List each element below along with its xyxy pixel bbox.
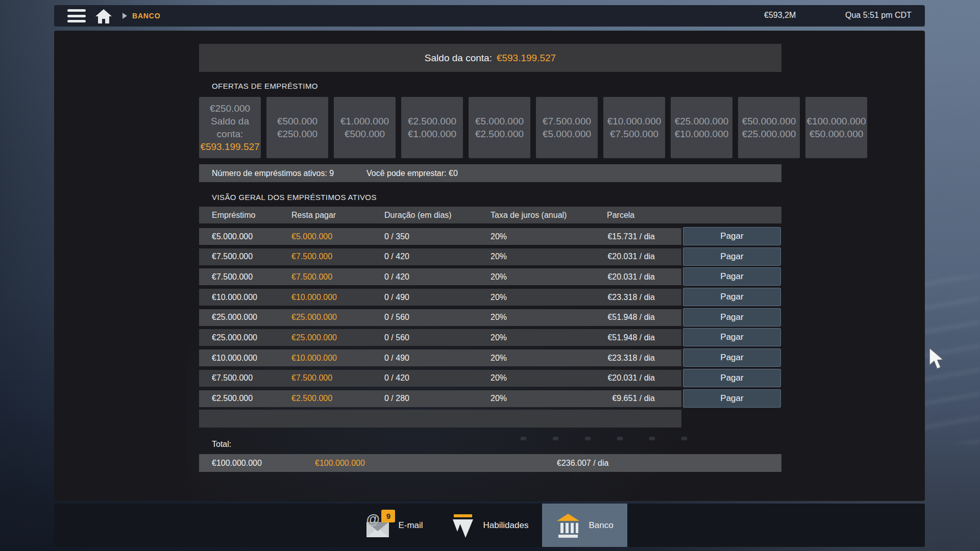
offer-balance-highlight: €593.199.527 [200,140,260,153]
loan-row: €7.500.000 €7.500.000 0 / 420 20% €20.03… [199,370,681,387]
loan-installment: €23.318 / dia [607,354,655,363]
email-at-glyph: @ [366,512,379,528]
account-balance-value: €593.199.527 [497,53,556,64]
loan-rate: 20% [491,252,607,261]
loan-duration: 0 / 420 [384,272,491,282]
loan-offer-card[interactable]: €2.500.000 €1.000.000 [401,97,463,158]
total-remaining: €100.000.000 [315,459,557,468]
tab-habilidades[interactable]: Habilidades [437,504,543,547]
loan-remaining: €5.000.000 [291,232,384,241]
loan-rate: 20% [491,333,607,342]
menu-icon[interactable] [67,9,86,22]
loan-offers-row: €250.000 Saldo da conta: €593.199.527 €5… [199,97,867,158]
offers-section-title: OFERTAS DE EMPRÉSTIMO [212,82,318,90]
loan-amount: €7.500.000 [212,252,291,261]
offer-repay: €500.000 [335,128,395,140]
loan-offer-card[interactable]: €100.000.000 €50.000.000 [805,97,867,158]
loan-offer-card[interactable]: €50.000.000 €25.000.000 [738,97,800,158]
pay-button[interactable]: Pagar [683,227,781,245]
loan-remaining: €10.000.000 [291,354,384,363]
total-row: €100.000.000 €100.000.000 €236.007 / dia [199,454,781,472]
offer-repay: €2.500.000 [470,128,529,140]
offer-repay: €5.000.000 [537,128,597,140]
loan-rate: 20% [491,373,607,383]
loan-row: €7.500.000 €7.500.000 0 / 420 20% €20.03… [199,268,681,285]
pay-button[interactable]: Pagar [683,247,781,266]
loan-offer-card[interactable]: €500.000 €250.000 [266,97,328,158]
loan-installment: €51.948 / dia [607,313,655,322]
loan-rate: 20% [491,293,607,302]
loan-duration: 0 / 350 [384,232,491,241]
loan-remaining: €25.000.000 [291,313,384,322]
loan-remaining: €7.500.000 [291,272,384,282]
loan-installment: €20.031 / dia [607,252,655,261]
background-truck-lights [521,437,687,440]
offer-amount: €50.000.000 [739,115,799,128]
offer-amount: €25.000.000 [672,115,731,128]
loan-amount: €7.500.000 [212,373,291,383]
loan-installment: €20.031 / dia [607,272,655,282]
account-balance-label: Saldo da conta: [425,53,492,64]
loan-status-bar: Número de empréstimos ativos: 9 Você pod… [199,164,781,182]
active-loans-count: Número de empréstimos ativos: 9 [212,169,366,178]
loans-table-header: Empréstimo Resta pagar Duração (em dias)… [199,207,781,223]
offer-repay: €1.000.000 [402,128,462,140]
game-clock: Qua 5:51 pm CDT [845,11,912,20]
loan-offer-card[interactable]: €5.000.000 €2.500.000 [469,97,530,158]
loan-amount: €2.500.000 [212,394,291,403]
loan-rate: 20% [491,232,607,241]
loan-rate: 20% [491,272,607,282]
pay-button[interactable]: Pagar [683,389,781,408]
loan-amount: €5.000.000 [212,232,291,241]
total-installment: €236.007 / dia [557,459,781,468]
col-loan: Empréstimo [212,211,291,220]
pay-button[interactable]: Pagar [683,308,781,327]
col-remaining: Resta pagar [291,211,384,220]
offer-amount: €1.000.000 [335,115,395,128]
loan-offer-card[interactable]: €1.000.000 €500.000 [334,97,396,158]
pay-button[interactable]: Pagar [683,369,781,387]
pay-button[interactable]: Pagar [683,328,781,346]
loan-installment: €20.031 / dia [607,373,655,383]
top-bar: BANCO €593,2M Qua 5:51 pm CDT [54,5,925,27]
loan-rate: 20% [491,394,607,403]
pay-button[interactable]: Pagar [683,348,781,367]
offer-subtext: Saldo da conta: [200,115,260,140]
loans-table-body: €5.000.000 €5.000.000 0 / 350 20% €15.73… [199,228,681,407]
offer-amount: €250.000 [200,102,260,115]
offer-amount: €7.500.000 [537,115,597,128]
loan-duration: 0 / 560 [384,333,491,342]
loans-section-title: VISÃO GERAL DOS EMPRÉSTIMOS ATIVOS [212,193,377,202]
loan-remaining: €7.500.000 [291,252,384,261]
dock-bar: @ 9 E-mail Habilidades [54,504,925,547]
bank-icon [556,513,580,538]
pay-button[interactable]: Pagar [683,267,781,286]
loan-installment: €51.948 / dia [607,333,655,342]
offer-repay: €25.000.000 [739,128,799,140]
offer-amount: €2.500.000 [402,115,462,128]
tab-email[interactable]: @ 9 E-mail [352,504,436,547]
loan-row: €10.000.000 €10.000.000 0 / 490 20% €23.… [199,349,681,366]
offer-amount: €5.000.000 [470,115,529,128]
col-installment: Parcela [607,211,755,220]
loan-rate: 20% [491,313,607,322]
loan-offer-card[interactable]: €7.500.000 €5.000.000 [536,97,598,158]
tab-banco[interactable]: Banco [542,504,627,547]
email-badge: 9 [381,510,395,522]
loan-amount: €25.000.000 [212,313,291,322]
loan-duration: 0 / 560 [384,313,491,322]
col-rate: Taxa de juros (anual) [491,211,607,220]
pay-button[interactable]: Pagar [683,288,781,306]
loan-duration: 0 / 420 [384,373,491,383]
chevron-right-icon [122,13,127,19]
col-duration: Duração (em dias) [384,211,491,220]
loan-remaining: €2.500.000 [291,394,384,403]
loan-offer-card[interactable]: €25.000.000 €10.000.000 [671,97,732,158]
screen: BANCO €593,2M Qua 5:51 pm CDT Saldo da c… [0,0,980,551]
loan-offer-card[interactable]: €250.000 Saldo da conta: €593.199.527 [199,97,261,158]
home-icon[interactable] [95,8,112,24]
loan-row: €25.000.000 €25.000.000 0 / 560 20% €51.… [199,329,681,346]
loan-duration: 0 / 280 [384,394,491,403]
skills-icon [451,513,475,538]
loan-offer-card[interactable]: €10.000.000 €7.500.000 [603,97,665,158]
